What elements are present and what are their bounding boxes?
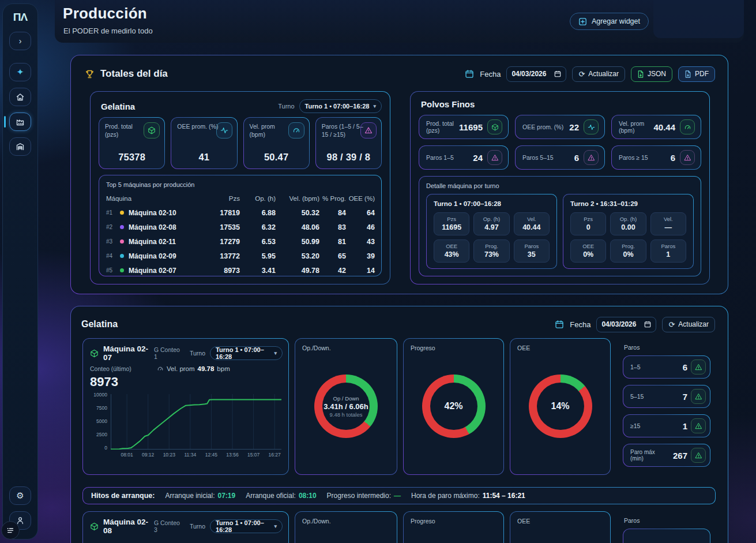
table-row: #5Máquina 02-07 [106, 263, 197, 278]
polvos-title: Polvos Finos [421, 99, 475, 109]
gelatina-panel-title: Gelatina [81, 319, 118, 329]
quick-notes-button[interactable] [1, 521, 20, 540]
page-title: Producción [63, 5, 147, 23]
warning-icon [487, 150, 502, 165]
warehouse-icon [16, 142, 25, 151]
polvos-finos-card: Polvos Finos Prod. total (pzs) 11695 OEE… [410, 91, 710, 284]
kpi-vel-prom: Vel. prom (bpm) 40.44 [611, 115, 701, 139]
turno-label: Turno [278, 103, 294, 110]
paros-card: Paros 1–5 6 5–15 7 [622, 338, 712, 475]
table-row: #4Máquina 02-09 [106, 249, 197, 263]
paros-card: Paros [622, 511, 712, 543]
paro-row [623, 529, 710, 543]
cube-icon [90, 349, 99, 358]
gelatina-totales-card: Gelatina Turno Turno 1 • 07:00–16:28 ▾ P… [90, 91, 390, 284]
date-picker-icon [644, 321, 651, 328]
fecha-label: Fecha [570, 320, 590, 329]
warning-icon [691, 418, 706, 433]
json-label: JSON [648, 70, 666, 78]
paro-row-max: Paro máx (min) 267 [623, 444, 710, 467]
turno-select-value: Turno 1 • 07:00–16:28 [305, 103, 370, 110]
gelatina-kpi-row: Prod. total (pzs) 75378 OEE prom. (%) 41 [99, 117, 382, 169]
pdf-label: PDF [695, 70, 709, 78]
totales-panel: Totales del día Fecha 04/03/2026 ⟳ [70, 55, 728, 294]
turno-select[interactable]: Turno 1 • 07:00–16:28 ▾ [210, 519, 283, 533]
date-value: 04/03/2026 [601, 320, 641, 328]
gelatina-title: Gelatina [101, 102, 135, 111]
totales-title: Totales del día [100, 68, 168, 80]
turno-label: Turno [190, 350, 205, 357]
turno-select[interactable]: Turno 1 • 07:00–16:28 ▾ [299, 99, 382, 113]
warning-icon [360, 122, 377, 138]
detalle-title: Detalle máquina por turno [426, 182, 694, 189]
cube-icon [144, 122, 160, 138]
machine-counter: G Conteo 1 [154, 346, 180, 360]
sidebar-item-production[interactable] [9, 113, 31, 131]
sparkles-icon: ✦ [17, 67, 24, 77]
warning-icon [691, 448, 706, 463]
gauge-icon [680, 119, 695, 134]
detalle-turno-card: Detalle máquina por turno Turno 1 • 07:0… [419, 176, 701, 276]
trophy-icon [85, 69, 95, 79]
active-indicator [4, 116, 6, 128]
sidebar-collapse-button[interactable]: › [9, 32, 31, 50]
warning-icon [691, 359, 706, 375]
progreso-card: Progreso 42% [403, 338, 504, 475]
main-content: Producción El PODER de medirlo todo Agre… [55, 0, 744, 543]
machine-card-02-08: Máquina 02-08 G Conteo 3 Turno Turno 1 •… [82, 511, 289, 543]
actualizar-button[interactable]: ⟳ Actualizar [572, 66, 625, 82]
refresh-icon: ⟳ [578, 70, 585, 78]
json-export-button[interactable]: JSON [631, 66, 672, 82]
chevron-down-icon: ▾ [274, 523, 277, 529]
paro-row-15: ≥15 1 [623, 414, 710, 437]
sidebar-item-ai[interactable]: ✦ [9, 63, 31, 81]
add-widget-button[interactable]: Agregar widget [570, 13, 649, 30]
file-down-icon [684, 70, 691, 78]
production-line-chart: 100007500500025000 08:0109:1210:2311:341… [89, 394, 281, 462]
conteo-value: 8973 [90, 375, 118, 390]
sidebar-nav: ✦ [9, 63, 31, 156]
sidebar-item-settings[interactable]: ⚙ [9, 486, 31, 505]
hito-progreso-intermedio: Progreso intermedio: — [327, 492, 401, 500]
chart-y-axis: 100007500500025000 [89, 392, 107, 451]
actualizar-button[interactable]: ⟳ Actualizar [662, 317, 715, 332]
hitos-bar: Hitos de arranque: Arranque inicial: 07:… [82, 487, 716, 504]
home-icon [16, 92, 25, 102]
paro-row-1-5: 1–5 6 [623, 355, 710, 379]
actualizar-label: Actualizar [588, 70, 619, 78]
sidebar: ΠΛ › ✦ [2, 3, 38, 540]
oee-donut: 14% [529, 375, 592, 438]
machine-card-02-07: Máquina 02-07 G Conteo 1 Turno Turno 1 •… [82, 338, 289, 475]
pdf-export-button[interactable]: PDF [678, 66, 715, 82]
list-edit-icon [6, 526, 14, 534]
series-dot [120, 268, 124, 272]
plus-square-icon [578, 17, 587, 26]
add-widget-label: Agregar widget [592, 17, 640, 25]
kpi-oee: OEE prom. (%) 41 [171, 117, 237, 169]
hito-paro-maximo: Hora de paro máximo: 11:54 – 16:21 [411, 492, 525, 500]
sidebar-item-home[interactable] [9, 88, 31, 106]
series-dot [120, 225, 124, 229]
app-logo: ΠΛ [13, 11, 27, 24]
date-value: 04/03/2026 [511, 70, 551, 78]
calendar-icon [465, 69, 474, 78]
series-dot [120, 211, 124, 215]
series-dot [120, 254, 124, 258]
header-ghost-panel [653, 0, 744, 38]
paro-row-5-15: 5–15 7 [623, 385, 710, 408]
turno-select-value: Turno 1 • 07:00–16:28 [216, 346, 270, 360]
kpi-paros-5-15: Paros 5–15 6 [515, 145, 605, 170]
turno-select[interactable]: Turno 1 • 07:00–16:28 ▾ [210, 346, 283, 360]
page-header: Producción El PODER de medirlo todo Agre… [55, 0, 744, 43]
cube-icon [487, 119, 502, 134]
date-input[interactable]: 04/03/2026 [506, 66, 566, 82]
chevron-down-icon: ▾ [373, 103, 376, 109]
factory-icon [16, 117, 25, 126]
page-subtitle: El PODER de medirlo todo [63, 27, 153, 35]
oee-card: OEE 14% [510, 338, 611, 475]
sidebar-item-warehouse[interactable] [9, 137, 31, 156]
kpi-paros: Paros (1–5 / 5–15 / ≥15) 98 / 39 / 8 [315, 117, 382, 169]
date-input[interactable]: 04/03/2026 [596, 317, 656, 332]
kpi-paros-15: Paros ≥ 15 6 [611, 145, 701, 170]
totales-header: Totales del día Fecha 04/03/2026 ⟳ [85, 66, 715, 82]
